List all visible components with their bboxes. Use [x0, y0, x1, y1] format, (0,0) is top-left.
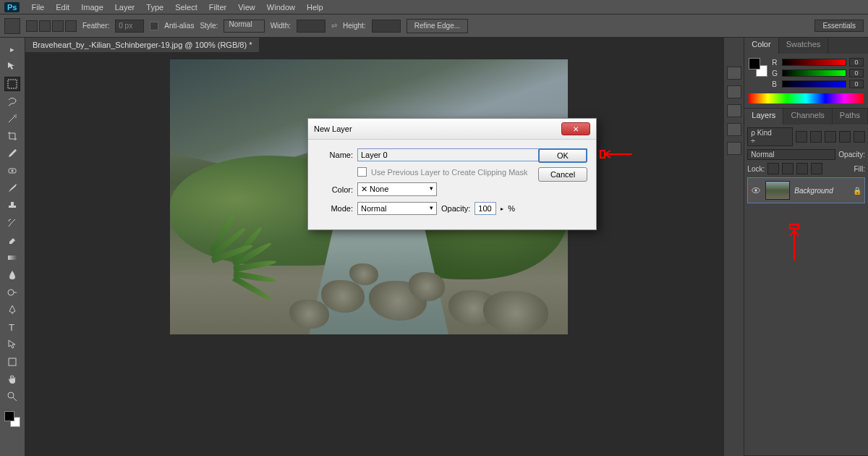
stamp-tool-icon[interactable] [4, 198, 20, 213]
visibility-icon[interactable] [751, 185, 761, 195]
layer-name-label[interactable]: Background [794, 187, 833, 195]
panel-dock-strip [724, 38, 744, 456]
dodge-tool-icon[interactable] [4, 285, 20, 300]
mode-label: Mode: [317, 204, 353, 213]
healing-tool-icon[interactable] [4, 164, 20, 178]
color-swatch[interactable] [4, 411, 20, 427]
crop-tool-icon[interactable] [4, 129, 20, 143]
blur-tool-icon[interactable] [4, 268, 20, 282]
tab-swatches[interactable]: Swatches [779, 38, 829, 54]
tool-preset-icon[interactable] [4, 18, 20, 34]
lasso-tool-icon[interactable] [4, 94, 20, 109]
menu-file[interactable]: File [31, 3, 44, 12]
opacity-input[interactable] [475, 202, 496, 215]
b-slider[interactable] [782, 80, 846, 88]
menu-view[interactable]: View [238, 3, 255, 12]
tab-channels[interactable]: Channels [783, 109, 832, 124]
height-input[interactable] [372, 20, 401, 33]
mode-select[interactable]: Normal [357, 202, 437, 215]
workspace-essentials-button[interactable]: Essentials [814, 20, 864, 32]
menu-type[interactable]: Type [146, 3, 163, 12]
filter-type-icon[interactable] [825, 131, 836, 143]
layers-panel: Layers Channels Paths ρ Kind ÷ Normal [744, 109, 868, 456]
brushes-panel-icon[interactable] [727, 123, 741, 136]
sel-new-icon[interactable] [26, 20, 38, 32]
properties-panel-icon[interactable] [727, 104, 741, 117]
dialog-title-text: New Layer [314, 124, 352, 133]
menu-filter[interactable]: Filter [209, 3, 226, 12]
lock-position-icon[interactable] [796, 163, 808, 174]
lock-all-icon[interactable] [811, 163, 822, 174]
g-value[interactable]: 0 [849, 69, 864, 77]
move-tool-icon[interactable] [4, 59, 20, 74]
blend-mode-select[interactable]: Normal [747, 149, 835, 160]
refine-edge-button[interactable]: Refine Edge... [407, 19, 468, 33]
sel-subtract-icon[interactable] [52, 20, 64, 32]
width-input[interactable] [297, 20, 326, 33]
sel-add-icon[interactable] [39, 20, 51, 32]
hand-tool-icon[interactable] [4, 372, 20, 387]
feather-input[interactable] [115, 20, 144, 33]
svg-point-8 [755, 189, 758, 192]
eraser-tool-icon[interactable] [4, 233, 20, 248]
tab-layers[interactable]: Layers [744, 109, 783, 124]
gradient-tool-icon[interactable] [4, 250, 20, 265]
swap-wh-icon[interactable]: ⇄ [331, 22, 337, 30]
tab-color[interactable]: Color [744, 38, 778, 54]
filter-pixel-icon[interactable] [796, 131, 807, 143]
info-panel-icon[interactable] [727, 142, 741, 155]
collapse-icon[interactable]: ▸ [4, 42, 20, 56]
filter-adjust-icon[interactable] [810, 131, 822, 143]
spectrum-picker[interactable] [749, 93, 864, 104]
ps-logo: Ps [4, 2, 20, 12]
document-tab[interactable]: Braveheart_by_-Kilian_Schinberger-19.jpg… [25, 38, 260, 52]
zoom-tool-icon[interactable] [4, 389, 20, 404]
eyedropper-tool-icon[interactable] [4, 146, 20, 161]
menu-select[interactable]: Select [175, 3, 197, 12]
lock-pixels-icon[interactable] [782, 163, 793, 174]
canvas-area: Braveheart_by_-Kilian_Schinberger-19.jpg… [25, 38, 723, 456]
brush-tool-icon[interactable] [4, 181, 20, 195]
history-brush-tool-icon[interactable] [4, 216, 20, 230]
menu-window[interactable]: Window [267, 3, 295, 12]
ok-button[interactable]: OK [538, 148, 587, 163]
tab-paths[interactable]: Paths [833, 109, 868, 124]
color-picker-swatch[interactable] [749, 58, 767, 77]
cancel-button[interactable]: Cancel [538, 167, 587, 182]
menu-layer[interactable]: Layer [115, 3, 135, 12]
type-tool-icon[interactable]: T [4, 320, 20, 334]
path-select-tool-icon[interactable] [4, 337, 20, 352]
width-label: Width: [271, 22, 291, 30]
r-label: R [772, 59, 779, 67]
filter-shape-icon[interactable] [839, 131, 851, 143]
opacity-stepper-icon[interactable]: ▸ [501, 206, 503, 212]
menu-help[interactable]: Help [307, 3, 323, 12]
layer-kind-select[interactable]: ρ Kind ÷ [747, 127, 793, 146]
tools-panel: ▸ T [0, 38, 25, 456]
close-button[interactable]: ✕ [561, 122, 590, 135]
lock-trans-icon[interactable] [767, 163, 779, 174]
dialog-titlebar[interactable]: New Layer ✕ [308, 119, 596, 140]
wand-tool-icon[interactable] [4, 111, 20, 126]
filter-smart-icon[interactable] [854, 131, 865, 143]
shape-tool-icon[interactable] [4, 355, 20, 369]
actions-panel-icon[interactable] [727, 85, 741, 98]
r-slider[interactable] [782, 59, 846, 66]
history-panel-icon[interactable] [727, 67, 741, 80]
menu-bar: Ps File Edit Image Layer Type Select Fil… [0, 0, 868, 14]
menu-image[interactable]: Image [81, 3, 103, 12]
sel-intersect-icon[interactable] [65, 20, 77, 32]
b-value[interactable]: 0 [849, 80, 864, 88]
pen-tool-icon[interactable] [4, 303, 20, 317]
selection-mode-group [26, 20, 77, 32]
color-select[interactable]: ✕ None [357, 182, 437, 196]
marquee-tool-icon[interactable] [4, 77, 20, 91]
r-value[interactable]: 0 [849, 58, 864, 67]
g-label: G [772, 69, 779, 77]
g-slider[interactable] [782, 69, 846, 77]
menu-edit[interactable]: Edit [56, 3, 69, 12]
style-select[interactable]: Normal [224, 20, 264, 33]
anti-alias-checkbox[interactable] [150, 22, 158, 30]
layer-item-background[interactable]: Background 🔒 [747, 177, 865, 203]
layer-thumbnail[interactable] [765, 181, 790, 200]
